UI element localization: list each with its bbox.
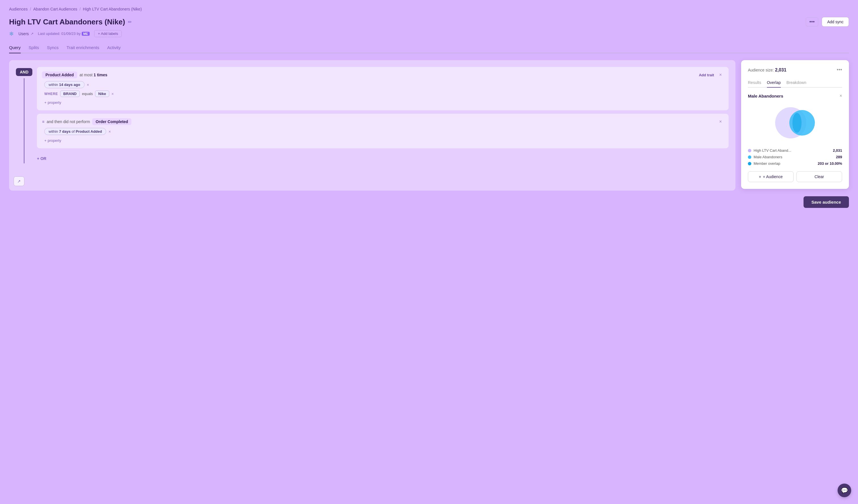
tab-activity[interactable]: Activity [107,43,121,53]
legend-value-3: 203 or 10.00% [818,161,842,166]
audience-size-value: 2,031 [775,67,786,72]
page-header: High LTV Cart Abandoners (Nike) ✏ ••• Ad… [9,17,849,27]
add-trait-button[interactable]: Add trait [699,73,714,77]
or-row: + OR [37,156,729,161]
breadcrumb-audiences[interactable]: Audiences [9,7,28,11]
and-line [24,78,25,163]
close-condition-2-button[interactable]: × [718,118,724,125]
overlap-close-button[interactable]: × [840,93,842,98]
audience-add-button[interactable]: + + Audience [748,171,794,182]
and-badge: AND [16,68,32,76]
tab-query[interactable]: Query [9,43,21,53]
then-block: ≡ and then did not perform Order Complet… [42,118,131,125]
edit-icon[interactable]: ✏ [128,19,132,25]
save-audience-button[interactable]: Save audience [804,196,849,208]
legend-row-3: Member overlap 203 or 10.00% [748,161,842,166]
expand-button[interactable]: ↗ [14,176,25,186]
within-of-row: within 7 days of Product Added × [44,128,724,135]
venn-diagram [748,103,842,143]
overlap-section-title: Male Abandoners [748,94,783,98]
legend-row-2: Male Abandoners 289 [748,155,842,159]
legend-dot-3 [748,162,751,165]
last-updated: Last updated: 01/09/23 by ME [38,32,90,36]
legend-value-1: 2,031 [833,148,842,152]
audience-size-row: Audience size: 2,031 ••• [748,67,842,73]
sub-conditions-2: within 7 days of Product Added × + prope… [42,128,724,144]
bottom-bar: Save audience [9,196,849,208]
legend: High LTV Cart Aband... 2,031 Male Abando… [748,148,842,166]
overlap-panel: Audience size: 2,031 ••• Results Overlap… [741,60,849,189]
venn-svg [767,103,823,143]
snowflake-icon: ❄ [9,30,14,37]
or-button[interactable]: + OR [37,156,46,161]
panel-tab-overlap[interactable]: Overlap [767,79,781,88]
external-link-icon[interactable]: ↗ [31,32,33,36]
legend-row-1: High LTV Cart Aband... 2,031 [748,148,842,152]
within-pill[interactable]: within 14 days ago [44,81,84,88]
legend-label-3: Member overlap [753,161,780,166]
condition-order-completed: ≡ and then did not perform Order Complet… [37,114,729,148]
breadcrumb-current: High LTV Cart Abandoners (Nike) [83,7,142,11]
panel-tab-breakdown[interactable]: Breakdown [786,79,806,88]
main-content: AND Product Added at most 1 times Add tr… [9,60,849,191]
breadcrumb-abandon-cart[interactable]: Abandon Cart Audiences [33,7,77,11]
page-title: High LTV Cart Abandoners (Nike) [9,18,125,27]
meta-row: ❄ Users ↗ Last updated: 01/09/23 by ME +… [9,30,849,37]
legend-dot-2 [748,156,751,159]
event-order-completed[interactable]: Order Completed [92,118,131,125]
filter-icon: ≡ [42,119,44,124]
venn-overlap [793,113,801,133]
condition-product-added: Product Added at most 1 times Add trait … [37,67,729,110]
close-where-button[interactable]: × [112,92,114,96]
tab-syncs[interactable]: Syncs [47,43,59,53]
brand-pill[interactable]: BRAND [60,91,80,97]
panel-tab-results[interactable]: Results [748,79,761,88]
equals-text: equals [82,92,93,96]
clear-button[interactable]: Clear [796,171,842,182]
panel-actions: + + Audience Clear [748,171,842,182]
conditions: Product Added at most 1 times Add trait … [37,67,729,161]
within-of-pill[interactable]: within 7 days of Product Added [44,128,106,135]
then-text: and then did not perform [47,119,90,124]
add-property-button-1[interactable]: + property [44,99,61,106]
legend-value-2: 289 [836,155,842,159]
me-badge: ME [82,32,90,36]
legend-label-1: High LTV Cart Aband... [753,148,791,152]
where-row: WHERE BRAND equals Nike × [44,91,724,97]
users-label: Users ↗ [18,32,33,36]
close-condition-1-button[interactable]: × [718,72,724,78]
panel-more-button[interactable]: ••• [837,67,842,73]
add-labels-button[interactable]: + Add labels [94,30,122,37]
chat-bubble[interactable]: 💬 [838,484,851,497]
tab-splits[interactable]: Splits [29,43,39,53]
close-within-of-button[interactable]: × [108,129,111,134]
legend-dot-1 [748,149,751,152]
users-text: Users [18,32,29,36]
more-button[interactable]: ••• [806,17,819,27]
event-product-added[interactable]: Product Added [42,71,77,78]
panel-tabs: Results Overlap Breakdown [748,79,842,88]
query-panel: AND Product Added at most 1 times Add tr… [9,60,735,191]
audience-size-label: Audience size: [748,68,774,72]
tab-trait-enrichments[interactable]: Trait enrichments [66,43,99,53]
where-label: WHERE [44,92,58,96]
main-tabs: Query Splits Syncs Trait enrichments Act… [9,43,849,53]
close-within-button[interactable]: × [87,83,89,87]
legend-label-2: Male Abandoners [753,155,782,159]
nike-value-pill[interactable]: Nike [95,91,109,97]
and-block: AND Product Added at most 1 times Add tr… [16,67,729,163]
add-property-button-2[interactable]: + property [44,137,61,144]
breadcrumb: Audiences / Abandon Cart Audiences / Hig… [9,7,849,11]
add-sync-button[interactable]: Add sync [822,17,849,27]
sub-conditions-1: within 14 days ago × WHERE BRAND equals … [42,81,724,106]
within-row: within 14 days ago × [44,81,724,88]
overlap-section-header: Male Abandoners × [748,93,842,98]
frequency-text: at most 1 times [79,72,107,77]
